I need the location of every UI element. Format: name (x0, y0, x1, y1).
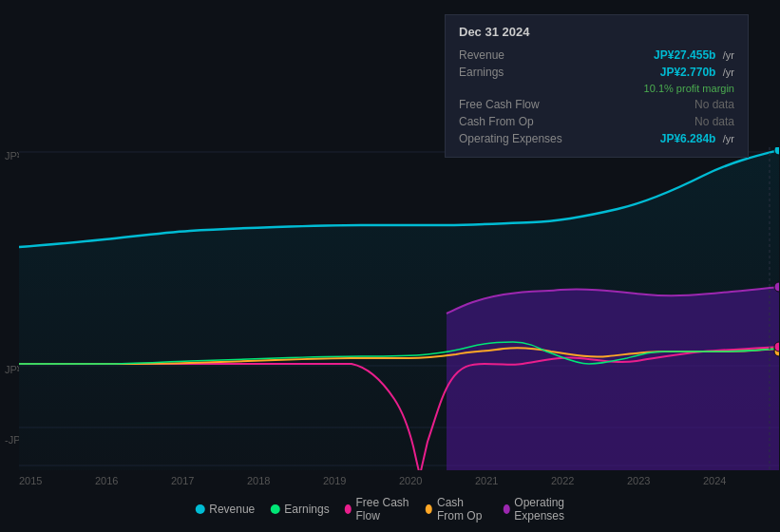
cash-from-op-label: Cash From Op (459, 115, 573, 128)
legend-dot-operating-expenses (503, 504, 509, 514)
revenue-value: JP¥27.455b (654, 48, 715, 62)
operating-expenses-label: Operating Expenses (459, 132, 573, 145)
revenue-unit: /yr (723, 49, 734, 61)
legend-dot-revenue (195, 504, 204, 514)
x-label-2017: 2017 (171, 475, 194, 486)
info-box: Dec 31 2024 Revenue JP¥27.455b /yr Earni… (445, 14, 749, 158)
legend-dot-cash-from-op (426, 504, 432, 514)
legend-operating-expenses[interactable]: Operating Expenses (503, 496, 584, 522)
revenue-label: Revenue (459, 48, 573, 62)
x-label-2020: 2020 (399, 475, 422, 486)
x-label-2022: 2022 (551, 475, 574, 486)
legend-free-cash-flow[interactable]: Free Cash Flow (345, 496, 411, 522)
x-label-2023: 2023 (627, 475, 650, 486)
legend-label-cash-from-op: Cash From Op (437, 496, 488, 522)
x-label-2021: 2021 (475, 475, 498, 486)
info-box-title: Dec 31 2024 (459, 25, 734, 39)
operating-expenses-row: Operating Expenses JP¥6.284b /yr (459, 130, 734, 147)
earnings-value: JP¥2.770b (660, 66, 716, 79)
earnings-unit: /yr (723, 66, 734, 78)
profit-margin-value: 10.1% profit margin (644, 83, 734, 94)
legend-revenue[interactable]: Revenue (195, 503, 255, 516)
legend-dot-free-cash-flow (345, 504, 352, 514)
chart-svg (19, 147, 779, 470)
operating-expenses-unit: /yr (723, 133, 734, 144)
revenue-row: Revenue JP¥27.455b /yr (459, 47, 734, 64)
x-label-2018: 2018 (247, 475, 270, 486)
operating-expenses-value: JP¥6.284b (660, 132, 716, 145)
chart-container: Dec 31 2024 Revenue JP¥27.455b /yr Earni… (0, 0, 780, 532)
legend-cash-from-op[interactable]: Cash From Op (426, 496, 487, 522)
legend-label-free-cash-flow: Free Cash Flow (355, 496, 410, 522)
x-label-2024: 2024 (703, 475, 726, 486)
legend-label-earnings: Earnings (284, 503, 329, 516)
free-cash-flow-value: No data (694, 98, 734, 111)
x-axis-labels: 2015 2016 2017 2018 2019 2020 2021 2022 … (19, 475, 779, 486)
legend-dot-earnings (270, 504, 279, 514)
free-cash-flow-label: Free Cash Flow (459, 98, 573, 111)
x-label-2019: 2019 (323, 475, 346, 486)
cash-from-op-value: No data (694, 115, 734, 128)
earnings-label: Earnings (459, 66, 573, 79)
x-label-2016: 2016 (95, 475, 118, 486)
legend: Revenue Earnings Free Cash Flow Cash Fro… (195, 496, 585, 522)
profit-margin-row: 10.1% profit margin (459, 81, 734, 96)
free-cash-flow-row: Free Cash Flow No data (459, 96, 734, 113)
legend-label-revenue: Revenue (209, 503, 255, 516)
earnings-row: Earnings JP¥2.770b /yr (459, 64, 734, 81)
legend-label-operating-expenses: Operating Expenses (514, 496, 584, 522)
cash-from-op-row: Cash From Op No data (459, 113, 734, 130)
x-label-2015: 2015 (19, 475, 42, 486)
legend-earnings[interactable]: Earnings (270, 503, 329, 516)
